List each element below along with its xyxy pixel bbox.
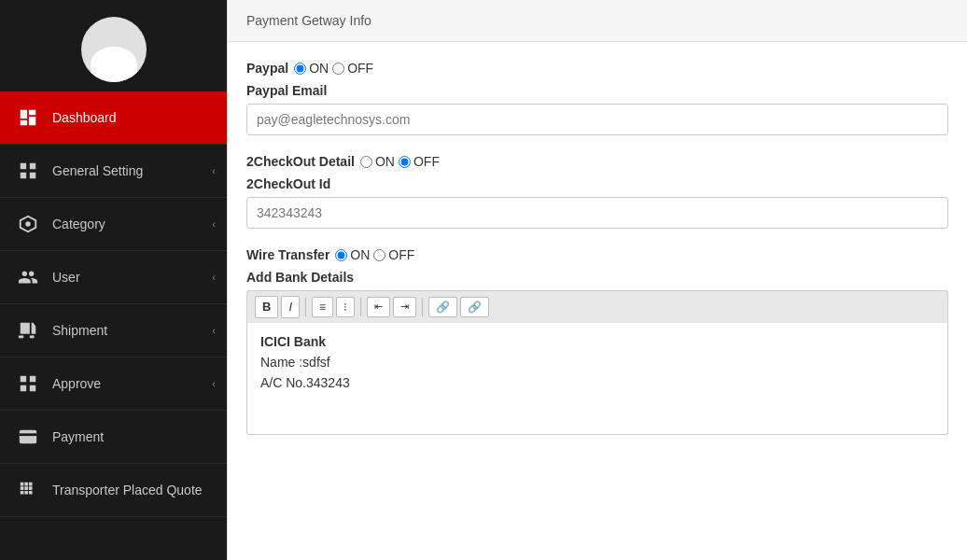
toolbar-separator-2 — [360, 298, 361, 316]
checkout-radio-group: ON OFF — [360, 154, 440, 169]
svg-point-2 — [32, 336, 35, 339]
sidebar: Dashboard General Setting ‹ Category ‹ U… — [0, 0, 227, 560]
paypal-on-label[interactable]: ON — [294, 61, 329, 76]
toolbar-ol-button[interactable]: ≡ — [312, 297, 333, 318]
sidebar-item-approve[interactable]: Approve ‹ — [0, 357, 227, 411]
svg-point-1 — [21, 336, 24, 339]
shipment-icon — [15, 317, 41, 343]
checkout-label: 2CheckOut Detail ON OFF — [246, 154, 948, 169]
paypal-email-label: Paypal Email — [246, 83, 948, 98]
checkout-id-label: 2CheckOut Id — [246, 176, 948, 191]
sidebar-item-payment[interactable]: Payment — [0, 411, 227, 464]
sidebar-item-shipment[interactable]: Shipment ‹ — [0, 304, 227, 357]
bank-details-label: Add Bank Details — [246, 270, 948, 285]
wire-on-label[interactable]: ON — [335, 247, 370, 262]
avatar-body — [91, 47, 137, 82]
checkout-off-radio[interactable] — [399, 156, 411, 168]
content-area: Paypal ON OFF Paypal Email pay@eagletech… — [228, 42, 967, 472]
chevron-right-icon: ‹ — [212, 378, 216, 389]
sidebar-label-payment: Payment — [52, 429, 104, 444]
payment-icon — [15, 424, 41, 450]
main-content: Payment Getway Info Paypal ON OFF — [227, 0, 967, 560]
avatar — [81, 17, 147, 82]
wire-transfer-label: Wire Transfer ON OFF — [246, 247, 948, 262]
sidebar-item-general-setting[interactable]: General Setting ‹ — [0, 145, 227, 198]
wire-on-radio[interactable] — [335, 249, 347, 261]
avatar-container — [0, 0, 227, 91]
toolbar-unlink-button[interactable]: 🔗 — [460, 297, 489, 318]
general-icon — [15, 158, 41, 184]
paypal-label: Paypal ON OFF — [246, 61, 948, 76]
wire-off-radio[interactable] — [373, 249, 385, 261]
editor-line-3: A/C No.343243 — [260, 375, 934, 390]
sidebar-label-dashboard: Dashboard — [52, 110, 117, 125]
transporter-icon — [15, 477, 41, 503]
sidebar-label-category: Category — [52, 217, 105, 231]
editor-toolbar: B I ≡ ⁝ ⇤ ⇥ 🔗 🔗 — [246, 290, 948, 323]
paypal-off-label[interactable]: OFF — [332, 61, 373, 76]
toolbar-italic-button[interactable]: I — [281, 296, 300, 318]
toolbar-separator-3 — [422, 298, 423, 316]
sidebar-label-transporter: Transporter Placed Quote — [52, 483, 203, 497]
approve-icon — [15, 371, 41, 397]
editor-line-1: ICICI Bank — [260, 334, 326, 349]
section-title: Payment Getway Info — [246, 13, 371, 28]
sidebar-item-category[interactable]: Category ‹ — [0, 198, 227, 251]
toolbar-indent-in-button[interactable]: ⇥ — [393, 297, 416, 316]
paypal-group: Paypal ON OFF Paypal Email pay@eagletech… — [246, 61, 948, 135]
sidebar-label-shipment: Shipment — [52, 323, 107, 338]
checkout-id-input[interactable]: 342343243 — [246, 197, 948, 229]
sidebar-item-transporter-placed-quote[interactable]: Transporter Placed Quote — [0, 464, 227, 517]
chevron-right-icon: ‹ — [212, 325, 216, 336]
checkout-on-radio[interactable] — [360, 156, 372, 168]
dashboard-icon — [15, 105, 41, 131]
sidebar-item-user[interactable]: User ‹ — [0, 251, 227, 304]
paypal-on-radio[interactable] — [294, 63, 306, 75]
checkout-off-label[interactable]: OFF — [399, 154, 440, 169]
toolbar-link-button[interactable]: 🔗 — [428, 297, 457, 318]
checkout-on-label[interactable]: ON — [360, 154, 395, 169]
editor-body[interactable]: ICICI Bank Name :sdfsf A/C No.343243 — [246, 323, 948, 435]
svg-rect-3 — [20, 430, 36, 444]
sidebar-label-general-setting: General Setting — [52, 163, 143, 178]
checkout-group: 2CheckOut Detail ON OFF 2CheckOut Id 342… — [246, 154, 948, 229]
toolbar-ul-button[interactable]: ⁝ — [336, 297, 355, 318]
chevron-right-icon: ‹ — [212, 165, 216, 176]
svg-rect-5 — [22, 439, 27, 441]
svg-point-0 — [25, 221, 31, 227]
paypal-email-input[interactable]: pay@eagletechnosys.com — [246, 104, 948, 135]
wire-transfer-radio-group: ON OFF — [335, 247, 414, 262]
paypal-off-radio[interactable] — [332, 63, 344, 75]
sidebar-label-approve: Approve — [52, 376, 101, 391]
editor-line-2: Name :sdfsf — [260, 355, 934, 370]
user-icon — [15, 264, 41, 290]
chevron-right-icon: ‹ — [212, 272, 216, 283]
svg-rect-4 — [20, 433, 36, 436]
toolbar-separator-1 — [305, 298, 306, 316]
sidebar-item-dashboard[interactable]: Dashboard — [0, 91, 227, 145]
category-icon — [15, 211, 41, 237]
wire-transfer-group: Wire Transfer ON OFF Add Bank Details — [246, 247, 948, 435]
wire-off-label[interactable]: OFF — [373, 247, 414, 262]
section-header: Payment Getway Info — [228, 0, 967, 42]
sidebar-label-user: User — [52, 270, 80, 285]
toolbar-bold-button[interactable]: B — [255, 296, 278, 318]
toolbar-indent-out-button[interactable]: ⇤ — [367, 297, 390, 316]
paypal-radio-group: ON OFF — [294, 61, 373, 76]
chevron-right-icon: ‹ — [212, 218, 216, 230]
